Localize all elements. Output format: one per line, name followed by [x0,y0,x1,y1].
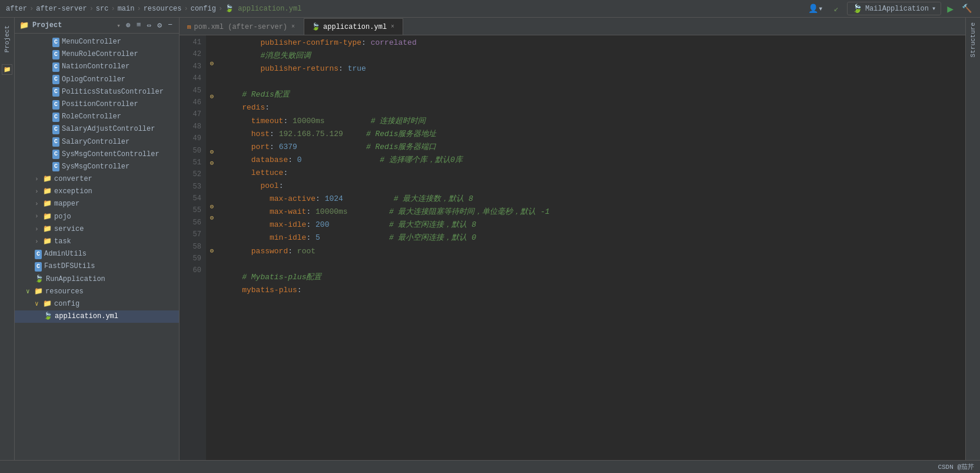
tab-close-pom[interactable]: × [290,23,296,31]
tree-item-mapper[interactable]: › 📁 mapper [15,198,179,210]
tab-close-yml[interactable]: × [390,23,396,31]
folder-icon: 📁 [43,174,52,185]
class-icon: C [52,137,59,147]
tree-item-menu-controller[interactable]: C MenuController [15,36,179,48]
class-icon: C [52,113,59,122]
tree-item-salary-controller[interactable]: C SalaryController [15,136,179,148]
gutter-bookmark-51: ⊙ [206,147,218,158]
tree-item-sys-msg-content-controller[interactable]: C SysMsgContentController [15,148,179,161]
tree-item-salary-adjust-controller[interactable]: C SalaryAdjustController [15,123,179,135]
gutter-bookmark-46: ⊙ [206,91,218,102]
tree-item-exception[interactable]: › 📁 exception [15,186,179,198]
tree-item-fast-dfs-utils[interactable]: C FastDFSUtils [15,260,179,273]
tree-label: AdminUtils [44,249,87,260]
breadcrumb-item-file[interactable]: 🍃 application.yml [225,4,301,13]
tree-item-task[interactable]: › 📁 task [15,236,179,248]
class-icon: C [52,75,59,84]
bottom-bar: CSDN @茄芹 [0,460,980,473]
csdn-label: CSDN @茄芹 [938,462,974,471]
user-icon[interactable]: 👤▾ [806,2,825,15]
sidebar-folder-icon: 📁 [19,21,29,30]
sidebar-tool-settings[interactable]: ⚙ [155,20,164,31]
left-strip-icon[interactable]: 📁 [2,64,12,75]
tree-label: PositionController [62,99,138,110]
run-config[interactable]: 🍃 MailApplication ▾ [847,2,941,15]
code-line-55: max-idle: 200 # 最大空闲连接，默认 8 [224,219,965,231]
gutter-bookmark-52: ⊙ [206,158,218,169]
tab-bar: m pom.xml (after-server) × 🍃 application… [180,18,965,35]
breadcrumb-item-config[interactable]: config [191,5,216,13]
gutter-bookmark-60: ⊙ [206,246,218,257]
gutter-bookmark-43: ⊙ [206,58,218,70]
folder-icon: 📁 [43,211,52,223]
code-line-47: timeout: 10000ms # 连接超时时间 [224,115,965,128]
breadcrumb-bar: after › after-server › src › main › reso… [0,0,980,18]
class-icon: C [52,162,59,171]
project-panel-label[interactable]: Project [4,25,11,52]
sidebar-tool-locate[interactable]: ⊕ [124,20,132,31]
tree-item-application-yml[interactable]: 🍃 application.yml [15,310,179,323]
tree-label: NationController [62,61,129,72]
class-icon: C [35,250,42,259]
tree-item-sys-msg-controller[interactable]: C SysMsgController [15,161,179,173]
tree-item-position-controller[interactable]: C PositionController [15,98,179,111]
folder-icon: 📁 [43,299,52,310]
tree-label: task [54,236,71,247]
code-line-50: database: 0 # 选择哪个库，默认0库 [224,154,965,167]
git-icon[interactable]: ↙ [831,2,841,15]
gutter: ⊙ ⊙ ⊙ ⊙ ⊙ ⊙ ⊙ [206,35,218,460]
tree-item-menu-role-controller[interactable]: C MenuRoleController [15,48,179,61]
tab-label: application.yml [323,23,387,31]
code-line-56: min-idle: 5 # 最小空闲连接，默认 0 [224,231,965,244]
sidebar-tool-expand[interactable]: ⇔ [145,20,154,31]
tree-item-pojo[interactable]: › 📁 pojo [15,211,179,223]
sidebar-dropdown[interactable]: ▾ [117,22,121,29]
tree-label: pojo [54,211,71,223]
class-icon: C [52,125,59,134]
yml-icon: 🍃 [311,22,320,31]
code-line-57: password: root [224,245,965,258]
breadcrumb-sep-3: › [137,5,141,13]
tree-item-resources[interactable]: ∨ 📁 resources [15,286,179,298]
build-button[interactable]: 🔨 [959,2,974,15]
code-line-49: port: 6379 # Redis服务器端口 [224,141,965,154]
tree-label: MenuRoleController [62,49,138,60]
tree-item-service[interactable]: › 📁 service [15,223,179,236]
run-config-dropdown[interactable]: ▾ [932,4,936,13]
tree-label: FastDFSUtils [44,261,95,272]
tree-label: OplogController [62,74,125,85]
code-line-48: host: 192.168.75.129 # Redis服务器地址 [224,128,965,141]
breadcrumb-item-src[interactable]: src [96,5,109,13]
sidebar-tool-close[interactable]: − [166,20,174,31]
breadcrumb-item-after[interactable]: after [6,5,27,13]
sidebar-tool-collapse[interactable]: ≡ [135,20,143,31]
tree-item-politics-status-controller[interactable]: C PoliticsStatusController [15,86,179,98]
breadcrumb-item-after-server[interactable]: after-server [36,5,87,13]
tree-item-admin-utils[interactable]: C AdminUtils [15,248,179,260]
breadcrumb-right: 👤▾ ↙ 🍃 MailApplication ▾ ▶ 🔨 [806,2,974,15]
breadcrumb-item-resources[interactable]: resources [144,5,182,13]
tree-label: application.yml [55,311,118,322]
tree-item-oplog-controller[interactable]: C OplogController [15,74,179,86]
editor-content: 41 42 43 44 45 46 47 48 49 50 51 52 53 5… [180,35,965,460]
tab-application-yml[interactable]: 🍃 application.yml × [304,18,403,35]
tree-label: RoleController [62,111,121,123]
code-editor[interactable]: publisher-confirm-type: correlated #消息失败… [218,35,965,460]
run-button[interactable]: ▶ [947,2,954,15]
tree-item-converter[interactable]: › 📁 converter [15,173,179,186]
code-line-41: publisher-confirm-type: correlated [224,37,965,49]
folder-icon: 📁 [43,186,52,197]
gutter-bookmark-56: ⊙ [206,201,218,213]
code-line-52: pool: [224,180,965,193]
tree-item-config[interactable]: ∨ 📁 config [15,298,179,310]
breadcrumb-sep-4: › [184,5,188,13]
structure-panel-strip: Structure [965,18,980,460]
tree-item-run-application[interactable]: 🍃 RunApplication [15,273,179,286]
breadcrumb-item-main[interactable]: main [118,5,135,13]
folder-resources-icon: 📁 [34,286,43,297]
tab-pom-xml[interactable]: m pom.xml (after-server) × [180,18,304,35]
tree-item-nation-controller[interactable]: C NationController [15,61,179,73]
tree-item-role-controller[interactable]: C RoleController [15,111,179,123]
folder-icon: 📁 [43,236,52,247]
structure-label[interactable]: Structure [969,22,976,57]
